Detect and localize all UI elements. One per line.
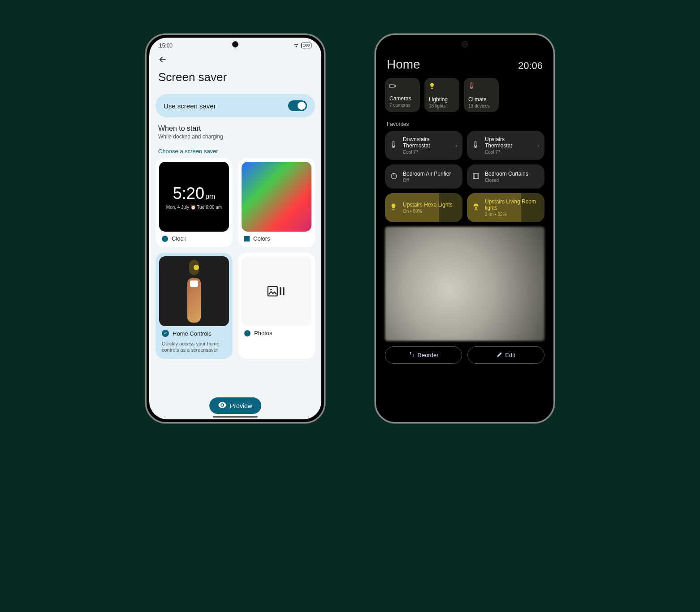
svg-point-1 [270, 289, 272, 291]
when-to-start-title[interactable]: When to start [149, 117, 321, 134]
bulb-icon [429, 82, 456, 91]
clock-thumb: 5:20pm Mon, 4 July ⏰ Tue 6:00 am [159, 162, 229, 232]
option-clock[interactable]: 5:20pm Mon, 4 July ⏰ Tue 6:00 am Clock [156, 158, 233, 247]
device-bedroom-curtains[interactable]: Bedroom CurtainsClosed [467, 164, 544, 189]
category-climate[interactable]: Climate 13 devices [464, 78, 499, 112]
category-count: 18 lights [429, 103, 456, 108]
home-indicator[interactable] [213, 416, 258, 418]
device-status: On • 69% [403, 209, 457, 214]
svg-point-7 [475, 146, 476, 147]
bulb-icon [194, 265, 199, 270]
battery-icon: 100 [301, 43, 311, 48]
svg-point-6 [393, 146, 394, 147]
edit-button[interactable]: Edit [467, 346, 544, 364]
svg-rect-2 [280, 287, 281, 295]
thermometer-icon [390, 141, 398, 150]
device-upstairs-thermostat[interactable]: Upstairs ThermostatCool 77 › [467, 131, 544, 160]
status-icons: 100 [293, 42, 311, 49]
device-status: Cool 77 [403, 150, 451, 155]
thermometer-icon [472, 141, 480, 150]
device-status: 3 on • 62% [485, 212, 539, 217]
device-name: Bedroom Curtains [485, 171, 539, 177]
option-label: Colors [253, 235, 270, 242]
radio-icon [244, 330, 251, 336]
reorder-label: Reorder [418, 352, 439, 358]
device-status: Closed [485, 178, 539, 183]
when-to-start-subtitle: While docked and charging [149, 134, 321, 140]
pencil-icon [497, 352, 502, 359]
category-lighting[interactable]: Lighting 18 lights [424, 78, 459, 112]
category-name: Cameras [389, 95, 416, 102]
phone-right: Home 20:06 Cameras 7 cameras Lighting 18… [375, 34, 555, 423]
bulb-icon [390, 203, 398, 212]
device-upstairs-living-room-lights[interactable]: Upstairs Living Room lights3 on • 62% [467, 193, 544, 222]
clock-time: 5:20 [173, 184, 204, 203]
wifi-icon [293, 42, 299, 49]
radio-icon [162, 236, 168, 242]
category-count: 13 devices [468, 103, 495, 108]
reorder-button[interactable]: Reorder [385, 346, 462, 364]
category-count: 7 cameras [389, 103, 416, 108]
thermometer-icon [468, 82, 495, 91]
clock-ampm: pm [205, 193, 215, 200]
svg-rect-4 [390, 84, 394, 88]
svg-rect-3 [283, 287, 285, 295]
eye-icon [218, 402, 226, 409]
power-icon [390, 172, 398, 181]
camera-feed[interactable] [385, 227, 544, 341]
chevron-right-icon: › [455, 142, 457, 149]
bottom-actions: Reorder Edit [379, 341, 551, 364]
photos-thumb [242, 256, 311, 326]
device-downstairs-thermostat[interactable]: Downstairs ThermostatCool 77 › [385, 131, 462, 160]
preview-button[interactable]: Preview [209, 397, 261, 414]
phone-left: 15:00 100 Screen saver Use screen saver … [145, 34, 325, 423]
back-row [149, 49, 321, 68]
clock-subline: Mon, 4 July ⏰ Tue 6:00 am [166, 205, 222, 210]
category-name: Lighting [429, 96, 456, 103]
use-screensaver-toggle-row[interactable]: Use screen saver [156, 94, 315, 117]
category-cameras[interactable]: Cameras 7 cameras [385, 78, 420, 112]
curtain-icon [472, 172, 480, 181]
clock: 20:06 [518, 60, 543, 72]
device-upstairs-hexa-lights[interactable]: Upstairs Hexa LightsOn • 69% [385, 193, 462, 222]
camera-icon [190, 280, 198, 287]
category-name: Climate [468, 96, 495, 103]
option-label: Clock [172, 235, 186, 242]
page-title: Screen saver [149, 68, 321, 91]
option-colors[interactable]: Colors [238, 158, 315, 247]
chevron-right-icon: › [537, 142, 539, 149]
reorder-icon [409, 351, 415, 359]
back-icon[interactable] [158, 58, 167, 65]
device-status: Off [403, 178, 457, 183]
favorites-label: Favorites [379, 115, 551, 131]
device-name: Upstairs Hexa Lights [403, 202, 457, 208]
device-grid: Downstairs ThermostatCool 77 › Upstairs … [379, 131, 551, 222]
device-bedroom-air-purifier[interactable]: Bedroom Air PurifierOff [385, 164, 462, 189]
home-title: Home [387, 57, 420, 72]
option-label: Home Controls [173, 330, 212, 337]
svg-point-5 [471, 87, 472, 89]
option-desc: Quickly access your home controls as a s… [159, 340, 229, 353]
svg-rect-0 [268, 287, 277, 296]
option-home-controls[interactable]: Home Controls Quickly access your home c… [156, 253, 233, 359]
toggle-switch-icon[interactable] [288, 100, 307, 111]
thumb-light-row [189, 260, 199, 275]
device-name: Upstairs Living Room lights [485, 198, 539, 211]
camera-icon [389, 82, 416, 90]
colors-thumb [242, 162, 311, 232]
front-camera [232, 41, 238, 47]
option-photos[interactable]: Photos [238, 253, 315, 359]
device-name: Downstairs Thermostat [403, 136, 451, 149]
home-controls-screensaver: Home 20:06 Cameras 7 cameras Lighting 18… [379, 38, 551, 419]
device-status: Cool 77 [485, 150, 533, 155]
option-label: Photos [254, 330, 272, 336]
screen-saver-settings: 15:00 100 Screen saver Use screen saver … [149, 38, 321, 419]
home-controls-thumb [159, 256, 229, 326]
preview-label: Preview [230, 402, 252, 409]
edit-label: Edit [505, 352, 515, 358]
device-name: Bedroom Air Purifier [403, 171, 457, 177]
lamp-icon [472, 203, 480, 212]
choose-screensaver-label: Choose a screen saver [149, 140, 321, 158]
category-row: Cameras 7 cameras Lighting 18 lights Cli… [379, 78, 551, 115]
front-camera [462, 41, 468, 47]
